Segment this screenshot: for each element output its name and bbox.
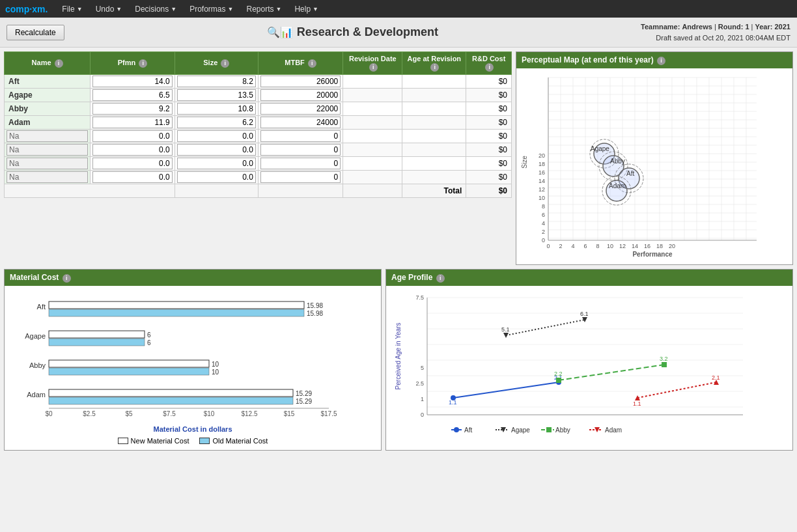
table-row-cost-1: $0 [466, 89, 512, 102]
size-input-3[interactable] [177, 117, 256, 128]
table-row-pfmn-3[interactable] [91, 116, 175, 130]
mtbf-input-7[interactable] [260, 171, 341, 183]
table-row-size-2[interactable] [175, 102, 258, 116]
table-row-mtbf-3[interactable] [258, 116, 343, 130]
pfmn-input-6[interactable] [92, 158, 173, 169]
table-row-pfmn-7[interactable] [91, 171, 175, 184]
nav-help[interactable]: Help ▼ [289, 3, 324, 15]
nav-undo[interactable]: Undo ▼ [91, 3, 128, 15]
mtbf-info-icon[interactable]: i [308, 59, 316, 68]
table-row-name-5[interactable] [5, 143, 91, 157]
size-input-7[interactable] [177, 171, 256, 183]
pfmn-input-1[interactable] [92, 89, 173, 101]
table-row-mtbf-5[interactable] [258, 143, 343, 157]
svg-text:$12.5: $12.5 [241, 410, 257, 417]
table-row-pfmn-4[interactable] [91, 130, 175, 143]
table-row-cost-3: $0 [466, 116, 512, 130]
perceptual-map-svg: 0 2 4 6 8 10 12 14 16 18 20 0 2 4 6 8 [519, 71, 760, 260]
mtbf-input-5[interactable] [260, 144, 341, 156]
pfmn-info-icon[interactable]: i [139, 59, 147, 68]
nav-decisions[interactable]: Decisions ▼ [130, 3, 182, 15]
mtbf-input-1[interactable] [260, 89, 341, 101]
pfmn-input-0[interactable] [92, 76, 173, 87]
table-row-pfmn-2[interactable] [91, 102, 175, 116]
svg-rect-78 [49, 309, 304, 316]
mtbf-input-6[interactable] [260, 158, 341, 169]
rnd-cost-info-icon[interactable]: i [485, 63, 494, 72]
svg-text:Aft: Aft [464, 427, 472, 434]
table-row-mtbf-2[interactable] [258, 102, 343, 116]
table-row-mtbf-1[interactable] [258, 89, 343, 102]
table-row-size-4[interactable] [175, 130, 258, 143]
pfmn-input-4[interactable] [92, 130, 173, 142]
size-input-0[interactable] [177, 76, 256, 87]
mtbf-input-0[interactable] [260, 76, 341, 87]
table-row-size-7[interactable] [175, 171, 258, 184]
age-profile-info-icon[interactable]: i [436, 274, 445, 283]
svg-text:Adam: Adam [605, 427, 622, 434]
pfmn-input-2[interactable] [92, 103, 173, 115]
perceptual-map-info-icon[interactable]: i [657, 57, 665, 65]
recalculate-button[interactable]: Recalculate [7, 25, 64, 40]
size-info-icon[interactable]: i [221, 59, 229, 68]
size-input-6[interactable] [177, 158, 256, 169]
mtbf-input-3[interactable] [260, 117, 341, 128]
material-cost-info-icon[interactable]: i [63, 274, 71, 283]
table-row-mtbf-4[interactable] [258, 130, 343, 143]
table-row-name-4[interactable] [5, 130, 91, 143]
table-row-size-5[interactable] [175, 143, 258, 157]
svg-text:18: 18 [538, 161, 545, 167]
svg-text:Adam: Adam [27, 391, 46, 399]
nav-file[interactable]: File ▼ [57, 3, 87, 15]
size-input-1[interactable] [177, 89, 256, 101]
nav-proformas[interactable]: Proformas ▼ [184, 3, 238, 15]
mtbf-input-4[interactable] [260, 130, 341, 142]
table-row-size-1[interactable] [175, 89, 258, 102]
table-row-pfmn-5[interactable] [91, 143, 175, 157]
svg-text:6: 6 [542, 212, 545, 218]
table-row-size-6[interactable] [175, 157, 258, 171]
svg-line-121 [453, 382, 559, 398]
material-cost-x-label: Material Cost in dollars [10, 425, 376, 433]
name-info-icon[interactable]: i [55, 59, 63, 68]
table-row-mtbf-7[interactable] [258, 171, 343, 184]
table-row-pfmn-0[interactable] [91, 75, 175, 89]
toolbar: Recalculate 🔍📊 Research & Development Te… [0, 18, 797, 48]
svg-text:1: 1 [421, 396, 424, 402]
table-row-name-6[interactable] [5, 157, 91, 171]
svg-marker-127 [503, 333, 509, 338]
table-row-age-1 [402, 89, 466, 102]
material-cost-chart: Aft 15.98 15.98 Agape 6 6 Abby 10 [5, 286, 381, 450]
table-row-pfmn-6[interactable] [91, 157, 175, 171]
name-input-7[interactable] [7, 171, 88, 183]
name-input-5[interactable] [7, 144, 88, 156]
size-input-5[interactable] [177, 144, 256, 156]
size-input-2[interactable] [177, 103, 256, 115]
pfmn-input-3[interactable] [92, 117, 173, 128]
name-input-6[interactable] [7, 158, 88, 169]
pfmn-input-5[interactable] [92, 144, 173, 156]
nav-reports[interactable]: Reports ▼ [241, 3, 287, 15]
table-row-name-7[interactable] [5, 171, 91, 184]
mtbf-input-2[interactable] [260, 103, 341, 115]
table-row-revision-6 [343, 157, 402, 171]
pfmn-input-7[interactable] [92, 171, 173, 183]
svg-text:$7.5: $7.5 [163, 410, 176, 417]
svg-text:6: 6 [583, 243, 587, 249]
table-row-mtbf-6[interactable] [258, 157, 343, 171]
age-revision-info-icon[interactable]: i [430, 63, 439, 72]
svg-text:0: 0 [542, 237, 545, 244]
table-row-revision-7 [343, 171, 402, 184]
legend-old-material: Old Material Cost [199, 437, 268, 445]
size-input-4[interactable] [177, 130, 256, 142]
col-mtbf: MTBF i [258, 52, 343, 75]
revision-date-info-icon[interactable]: i [369, 63, 378, 72]
table-row-size-0[interactable] [175, 75, 258, 89]
table-row-size-3[interactable] [175, 116, 258, 130]
svg-text:0: 0 [421, 412, 424, 418]
total-empty-2 [258, 184, 343, 198]
table-row-pfmn-1[interactable] [91, 89, 175, 102]
table-row-age-3 [402, 116, 466, 130]
name-input-4[interactable] [7, 130, 88, 142]
table-row-mtbf-0[interactable] [258, 75, 343, 89]
